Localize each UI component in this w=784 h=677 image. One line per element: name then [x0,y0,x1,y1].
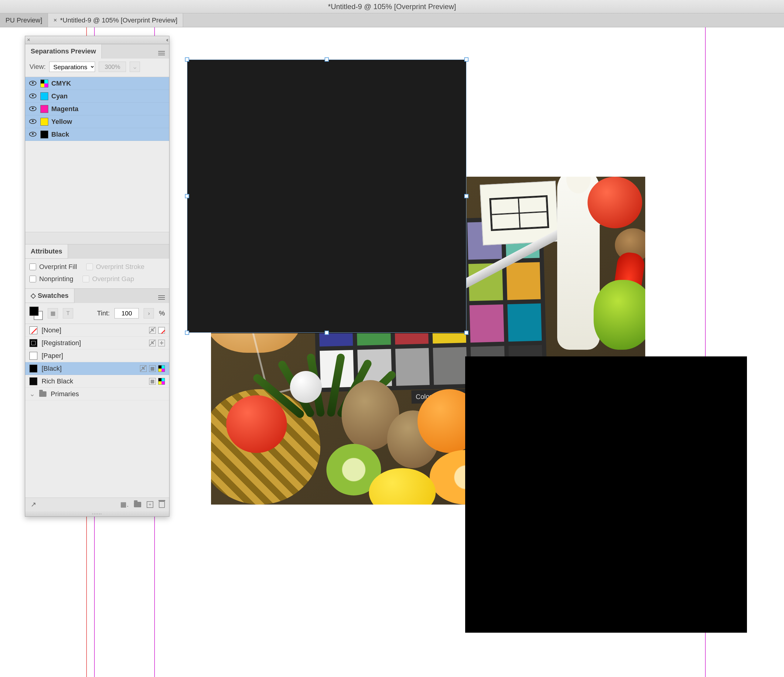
workspace[interactable]: ColorChler R [0,27,784,677]
new-color-group-icon[interactable]: ▦. [121,501,128,508]
visibility-icon[interactable] [28,118,37,126]
ink-swatch-icon [40,118,48,126]
ink-swatch-icon [40,105,48,113]
ink-row-cmyk[interactable]: CMYK [25,77,169,90]
swatch-name: Rich Black [42,377,145,385]
resize-handle[interactable] [325,57,329,62]
tint-input[interactable] [115,308,139,318]
visibility-icon[interactable] [28,92,37,100]
swatch-row-rich-black[interactable]: Rich Black ▦ [25,375,169,388]
tab-active[interactable]: × *Untitled-9 @ 105% [Overprint Preview] [48,13,183,27]
close-tab-icon[interactable]: × [53,17,57,24]
swatch-icon [30,377,37,385]
process-color-icon: ▦ [149,378,156,385]
delete-swatch-icon[interactable] [159,501,165,508]
cmyk-mode-icon [158,378,165,385]
window-title: *Untitled-9 @ 105% [Overprint Preview] [328,2,456,11]
tint-label: Tint: [97,309,110,317]
visibility-icon[interactable] [28,105,37,113]
resize-handle[interactable] [464,331,468,335]
panel-resize-grip[interactable]: ▪▪▪▪▪▪ [25,511,169,516]
window-titlebar: *Untitled-9 @ 105% [Overprint Preview] [0,0,784,13]
view-label: View: [30,63,45,71]
new-swatch-icon[interactable] [147,501,153,508]
panel-menu-icon[interactable] [154,292,169,299]
swatch-group-primaries[interactable]: ⌄ Primaries [25,388,169,401]
tab-inactive[interactable]: PU Preview] [0,13,48,27]
zoom-value: 300% [99,62,126,72]
swatch-icon [30,365,37,373]
swatches-panel: ◇ Swatches ▦ T Tint: › % [25,289,169,511]
ink-list: CMYK Cyan Magenta Yellow [25,77,169,141]
swatch-row-registration[interactable]: [Registration] ✎✛ [25,337,169,349]
locked-icon: ✎ [149,327,156,334]
ink-row-black[interactable]: Black [25,128,169,141]
overprint-stroke-checkbox: Overprint Stroke [86,263,145,271]
floating-panel[interactable]: × ‹‹ Separations Preview View: Separatio… [25,36,170,517]
visibility-icon[interactable] [28,79,37,87]
overprint-fill-checkbox[interactable]: Overprint Fill [30,263,77,271]
locked-icon: ✎ [149,340,156,346]
ink-row-cyan[interactable]: Cyan [25,90,169,102]
ink-name: CMYK [51,79,71,87]
resize-handle[interactable] [185,331,189,335]
panel-titlebar[interactable]: × ‹‹ [25,36,169,44]
resize-handle[interactable] [464,194,468,198]
tint-stepper-icon[interactable]: › [144,308,154,318]
text-formatting-icon[interactable]: T [63,308,73,318]
swatch-row-black[interactable]: [Black] ✎▦ [25,362,169,375]
container-formatting-icon[interactable]: ▦ [48,308,58,318]
panel-tab-swatches[interactable]: ◇ Swatches [25,289,75,303]
resize-handle[interactable] [464,57,468,62]
swatch-name: Primaries [51,390,165,398]
swatch-name: [Paper] [42,352,165,360]
zoom-dropdown-icon[interactable]: ⌄ [130,62,140,72]
swatch-name: [None] [42,326,145,334]
new-folder-icon[interactable] [134,502,141,507]
swatch-name: [Black] [42,365,136,373]
fill-stroke-proxy[interactable] [30,307,43,320]
swatch-icon [30,352,37,360]
attributes-panel: Attributes Overprint Fill Overprint Stro… [25,244,169,289]
golfball-graphic [290,371,322,403]
swatch-row-none[interactable]: [None] ✎ [25,324,169,337]
ink-name: Cyan [51,92,68,100]
fill-proxy-icon[interactable] [30,307,39,316]
close-panel-icon[interactable]: × [27,37,30,43]
tab-label: *Untitled-9 @ 105% [Overprint Preview] [60,16,177,24]
resize-handle[interactable] [185,194,189,198]
swatch-icon [30,326,37,334]
nonprinting-checkbox[interactable]: Nonprinting [30,275,73,283]
locked-icon: ✎ [140,365,147,372]
ink-row-magenta[interactable]: Magenta [25,102,169,115]
add-to-cc-icon[interactable]: ↗ [30,501,37,508]
empty-area [25,141,169,232]
ink-name: Black [51,130,69,138]
panel-tab-separations[interactable]: Separations Preview [25,44,102,59]
visibility-icon[interactable] [28,130,37,138]
tomato-graphic [588,177,642,228]
overprint-gap-checkbox: Overprint Gap [82,275,134,283]
document-tabstrip: PU Preview] × *Untitled-9 @ 105% [Overpr… [0,13,784,27]
ink-row-yellow[interactable]: Yellow [25,115,169,128]
collapse-panel-icon[interactable]: ‹‹ [166,37,167,43]
ink-swatch-icon [40,92,48,100]
tomato-graphic [226,395,287,453]
swatch-list: [None] ✎ [Registration] ✎✛ [Paper] [25,324,169,401]
resize-handle[interactable] [185,57,189,62]
empty-area [25,401,169,498]
swatch-name: [Registration] [42,339,145,347]
swatch-row-paper[interactable]: [Paper] [25,349,169,362]
resize-handle[interactable] [325,331,329,335]
green-pepper-graphic [594,280,645,350]
selected-rectangle[interactable] [187,59,467,333]
view-select[interactable]: Separations [49,62,95,72]
panel-tab-attributes[interactable]: Attributes [25,244,68,259]
tint-unit: % [159,309,165,317]
panel-menu-icon[interactable] [154,48,169,55]
tab-label: PU Preview] [5,16,42,24]
rectangle[interactable] [465,356,747,633]
disclosure-icon[interactable]: ⌄ [30,390,35,398]
none-type-icon [158,327,165,334]
ink-swatch-icon [40,130,48,138]
